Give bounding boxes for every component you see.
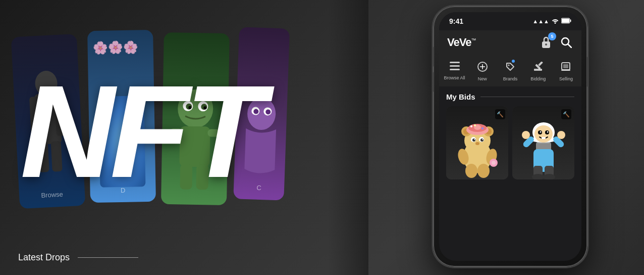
latest-drops: Latest Drops — [18, 252, 138, 263]
nft-title: NFT — [20, 66, 260, 197]
left-section: Browse 🌸🌸🌸 D — [0, 0, 368, 275]
tab-brands[interactable]: Brands — [497, 59, 523, 84]
svg-rect-31 — [450, 65, 460, 67]
app-header: VeVe™ 5 — [439, 30, 581, 55]
browse-all-icon — [450, 62, 460, 73]
selling-icon — [561, 62, 571, 74]
svg-rect-25 — [562, 19, 569, 23]
bid-cards-row: 🔨 — [446, 106, 574, 179]
svg-point-77 — [547, 131, 548, 133]
svg-rect-39 — [538, 62, 543, 66]
svg-point-61 — [475, 142, 479, 145]
phone-side-btn-power — [587, 57, 588, 87]
latest-drops-line — [78, 257, 138, 258]
gem-icon-btn[interactable]: 5 — [539, 35, 553, 50]
bidding-icon — [533, 62, 543, 74]
tab-browse-all[interactable]: Browse All — [441, 59, 468, 84]
status-bar: 9:41 ▲▲▲ — [439, 12, 581, 30]
battery-icon — [561, 18, 571, 25]
status-time: 9:41 — [449, 17, 463, 25]
brands-dot — [512, 60, 515, 63]
phone-side-btn-vol-down — [432, 72, 434, 92]
svg-point-52 — [470, 125, 472, 127]
status-icons: ▲▲▲ — [532, 18, 571, 25]
nav-tabs: Browse All New — [439, 55, 581, 86]
bear-card-hammer-icon: 🔨 — [495, 109, 505, 119]
tab-bidding-label: Bidding — [530, 76, 546, 81]
svg-point-57 — [472, 139, 475, 142]
tab-bidding[interactable]: Bidding — [525, 59, 552, 84]
svg-rect-32 — [450, 69, 460, 70]
svg-line-29 — [568, 44, 571, 48]
svg-point-66 — [465, 164, 477, 178]
svg-rect-24 — [570, 20, 571, 22]
my-bids-divider — [480, 97, 574, 97]
svg-point-54 — [474, 124, 476, 126]
bear-nft-card[interactable]: 🔨 — [446, 106, 508, 179]
svg-point-27 — [545, 43, 547, 45]
phone-side-btn-vol-up — [432, 47, 434, 67]
my-bids-title: My Bids — [446, 93, 475, 101]
phone-body: 9:41 ▲▲▲ — [432, 5, 588, 268]
svg-point-58 — [480, 139, 484, 142]
svg-point-76 — [540, 131, 541, 133]
svg-point-60 — [482, 139, 483, 140]
svg-point-82 — [557, 131, 565, 139]
tab-brands-label: Brands — [503, 76, 518, 81]
tab-selling-label: Selling — [559, 76, 573, 81]
svg-rect-78 — [542, 137, 546, 139]
my-bids-section: My Bids — [439, 86, 581, 184]
svg-point-36 — [508, 65, 510, 66]
tab-new[interactable]: New — [469, 59, 496, 84]
signal-icon: ▲▲▲ — [532, 18, 549, 24]
finn-nft-card[interactable]: 🔨 — [512, 106, 574, 179]
svg-point-67 — [477, 164, 490, 178]
brands-icon — [505, 62, 515, 74]
svg-rect-41 — [563, 64, 568, 68]
tab-selling[interactable]: Selling — [553, 59, 579, 84]
svg-point-53 — [481, 127, 484, 129]
svg-rect-37 — [534, 69, 542, 71]
new-icon — [477, 62, 488, 74]
card2-flowers: 🌸🌸🌸 — [92, 40, 138, 55]
tab-new-label: New — [478, 76, 487, 81]
svg-point-65 — [492, 161, 496, 165]
phone-screen: 9:41 ▲▲▲ — [439, 12, 581, 261]
phone-container: 9:41 ▲▲▲ — [387, 5, 634, 273]
veve-logo: VeVe™ — [447, 36, 475, 49]
svg-rect-42 — [561, 70, 570, 71]
tab-browse-all-label: Browse All — [444, 75, 465, 80]
wifi-icon — [552, 18, 559, 25]
my-bids-header: My Bids — [446, 93, 574, 101]
svg-point-59 — [474, 139, 475, 140]
svg-point-73 — [534, 125, 553, 143]
latest-drops-label: Latest Drops — [18, 252, 70, 263]
finn-card-hammer-icon: 🔨 — [561, 109, 571, 119]
svg-rect-30 — [450, 62, 460, 63]
veve-trademark: ™ — [471, 37, 475, 43]
svg-point-81 — [522, 131, 530, 139]
search-icon-btn[interactable] — [559, 35, 573, 50]
gem-count: 5 — [548, 32, 556, 40]
header-icons: 5 — [539, 35, 573, 50]
